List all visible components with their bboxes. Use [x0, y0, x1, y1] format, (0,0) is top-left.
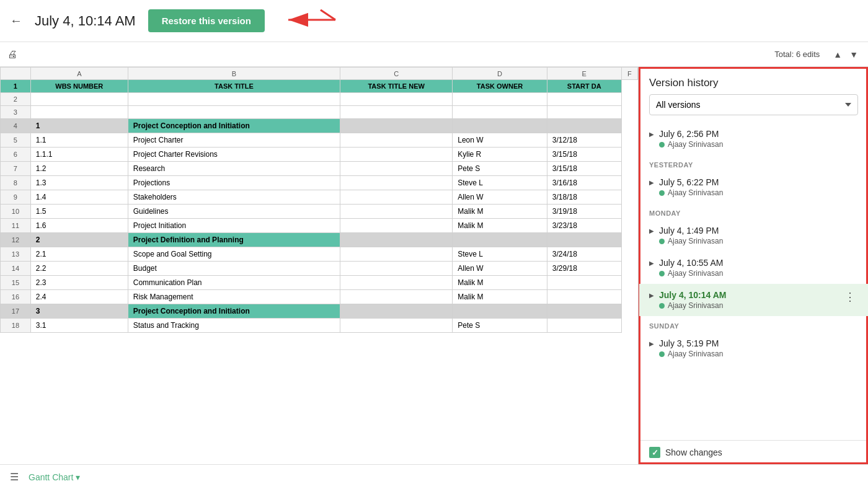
author-dot-icon — [659, 271, 665, 276]
author-name: Ajaay Srinivasan — [668, 269, 723, 278]
version-filter-select[interactable]: All versions — [649, 94, 858, 115]
table-header-row: 1 WBS NUMBER TASK TITLE TASK TITLE NEW T… — [1, 80, 638, 93]
header-task-title-new: TASK TITLE NEW — [340, 80, 453, 93]
version-info: July 5, 6:22 PM Ajaay Srinivasan — [659, 177, 858, 197]
table-row: 12 2 Project Definition and Planning — [1, 233, 638, 247]
sheet-menu-icon[interactable]: ☰ — [10, 471, 19, 483]
version-author: Ajaay Srinivasan — [659, 237, 858, 245]
nav-down-button[interactable]: ▼ — [847, 48, 861, 61]
version-panel-title: Version history — [639, 67, 868, 94]
col-header-a: A — [30, 68, 128, 80]
header-wbs: WBS NUMBER — [30, 80, 128, 93]
header-task-owner: TASK OWNER — [453, 80, 547, 93]
author-name: Ajaay Srinivasan — [668, 140, 723, 149]
table-row: 183.1Status and TrackingPete S — [1, 319, 638, 333]
show-changes-label: Show changes — [665, 447, 722, 457]
print-icon[interactable]: 🖨 — [7, 49, 17, 60]
table-row: 142.2BudgetAllen W3/29/18 — [1, 262, 638, 276]
version-info: July 4, 10:55 AM Ajaay Srinivasan — [659, 258, 858, 278]
document-title: July 4, 10:14 AM — [35, 13, 136, 29]
nav-up-button[interactable]: ▲ — [831, 48, 844, 61]
table-row: 4 1 Project Conception and Initiation — [1, 119, 638, 133]
author-name: Ajaay Srinivasan — [668, 237, 723, 245]
show-changes-row: Show changes — [639, 440, 868, 464]
table-row: 2 — [1, 93, 638, 106]
table-row: 152.3Communication PlanMalik M — [1, 276, 638, 290]
bottom-bar: ☰ Gantt Chart ▾ — [0, 464, 868, 489]
spreadsheet[interactable]: A B C D E F 1 WBS NUMBER TASK TITLE TASK… — [0, 67, 639, 464]
col-header-c: C — [340, 68, 453, 80]
author-dot-icon — [659, 303, 665, 309]
version-author: Ajaay Srinivasan — [659, 140, 858, 149]
author-name: Ajaay Srinivasan — [668, 350, 723, 358]
version-author: Ajaay Srinivasan — [659, 301, 842, 310]
version-item-july6[interactable]: ▶ July 6, 2:56 PM Ajaay Srinivasan — [639, 123, 868, 155]
version-author: Ajaay Srinivasan — [659, 350, 858, 358]
sheet-tab-dropdown-icon[interactable]: ▾ — [76, 472, 80, 482]
version-chevron-icon: ▶ — [649, 131, 654, 138]
version-section-label-yesterday: YESTERDAY — [639, 155, 868, 171]
version-date: July 4, 10:55 AM — [659, 258, 858, 268]
table-row: 111.6Project InitiationMalik M3/23/18 — [1, 219, 638, 233]
version-more-button[interactable]: ⋮ — [842, 290, 858, 304]
table-row: 17 3 Project Conception and Initiation — [1, 304, 638, 319]
author-name: Ajaay Srinivasan — [668, 188, 723, 197]
version-info: July 4, 10:14 AM Ajaay Srinivasan — [659, 290, 842, 310]
author-dot-icon — [659, 351, 665, 357]
header-start-date: START DA — [547, 80, 621, 93]
back-button[interactable]: ← — [10, 14, 22, 28]
version-section-label-monday: MONDAY — [639, 203, 868, 219]
col-header-f: F — [621, 68, 637, 80]
version-chevron-icon: ▶ — [649, 340, 654, 347]
nav-arrows: ▲ ▼ — [831, 48, 861, 61]
restore-button[interactable]: Restore this version — [148, 9, 265, 32]
version-date: July 4, 1:49 PM — [659, 226, 858, 236]
version-section-label-sunday: SUNDAY — [639, 316, 868, 332]
version-author: Ajaay Srinivasan — [659, 269, 858, 278]
col-header-row: A B C D E F — [1, 68, 638, 80]
version-item-july4-149[interactable]: ▶ July 4, 1:49 PM Ajaay Srinivasan — [639, 219, 868, 252]
version-item-july3[interactable]: ▶ July 3, 5:19 PM Ajaay Srinivasan — [639, 332, 868, 364]
version-author: Ajaay Srinivasan — [659, 188, 858, 197]
version-history-panel: Version history All versions ▶ July 6, 2… — [639, 67, 868, 464]
version-list: ▶ July 6, 2:56 PM Ajaay Srinivasan YESTE… — [639, 123, 868, 440]
version-item-july4-1055[interactable]: ▶ July 4, 10:55 AM Ajaay Srinivasan — [639, 252, 868, 284]
sheet-tab-gantt[interactable]: Gantt Chart ▾ — [29, 472, 80, 482]
version-date-active: July 4, 10:14 AM — [659, 290, 842, 300]
row-num-1: 1 — [1, 80, 31, 93]
author-dot-icon — [659, 142, 665, 148]
toolbar-row: 🖨 Total: 6 edits ▲ ▼ — [0, 42, 868, 67]
version-filter[interactable]: All versions — [649, 94, 858, 115]
sheet-tab-name: Gantt Chart — [29, 472, 73, 482]
author-dot-icon — [659, 239, 665, 244]
header-task-title: TASK TITLE — [128, 80, 340, 93]
version-date: July 6, 2:56 PM — [659, 129, 858, 139]
total-edits: Total: 6 edits — [774, 50, 820, 59]
table-row: 132.1Scope and Goal SettingSteve L3/24/1… — [1, 247, 638, 262]
author-name: Ajaay Srinivasan — [668, 301, 723, 310]
col-header-d: D — [453, 68, 547, 80]
table-row: 81.3ProjectionsSteve L3/16/18 — [1, 176, 638, 190]
top-bar: ← July 4, 10:14 AM Restore this version — [0, 0, 868, 42]
table-row: 91.4StakeholdersAllen W3/18/18 — [1, 190, 638, 205]
table-row: 61.1.1Project Charter RevisionsKylie R3/… — [1, 148, 638, 162]
col-header-b: B — [128, 68, 340, 80]
main-content: A B C D E F 1 WBS NUMBER TASK TITLE TASK… — [0, 67, 868, 464]
col-header-empty — [1, 68, 31, 80]
table-row: 71.2ResearchPete S3/15/18 — [1, 162, 638, 176]
version-item-july4-1014[interactable]: ▶ July 4, 10:14 AM Ajaay Srinivasan ⋮ — [639, 284, 868, 316]
version-item-july5[interactable]: ▶ July 5, 6:22 PM Ajaay Srinivasan — [639, 171, 868, 203]
version-chevron-icon: ▶ — [649, 179, 654, 186]
table-row: 3 — [1, 106, 638, 119]
table-row: 101.5GuidelinesMalik M3/19/18 — [1, 205, 638, 219]
version-chevron-icon: ▶ — [649, 260, 654, 267]
author-dot-icon — [659, 190, 665, 196]
version-info: July 4, 1:49 PM Ajaay Srinivasan — [659, 226, 858, 245]
version-info: July 3, 5:19 PM Ajaay Srinivasan — [659, 338, 858, 358]
version-date: July 3, 5:19 PM — [659, 338, 858, 348]
table-row: 162.4Risk ManagementMalik M — [1, 290, 638, 304]
version-info: July 6, 2:56 PM Ajaay Srinivasan — [659, 129, 858, 149]
version-date: July 5, 6:22 PM — [659, 177, 858, 187]
col-header-e: E — [547, 68, 621, 80]
show-changes-checkbox[interactable] — [649, 447, 660, 458]
